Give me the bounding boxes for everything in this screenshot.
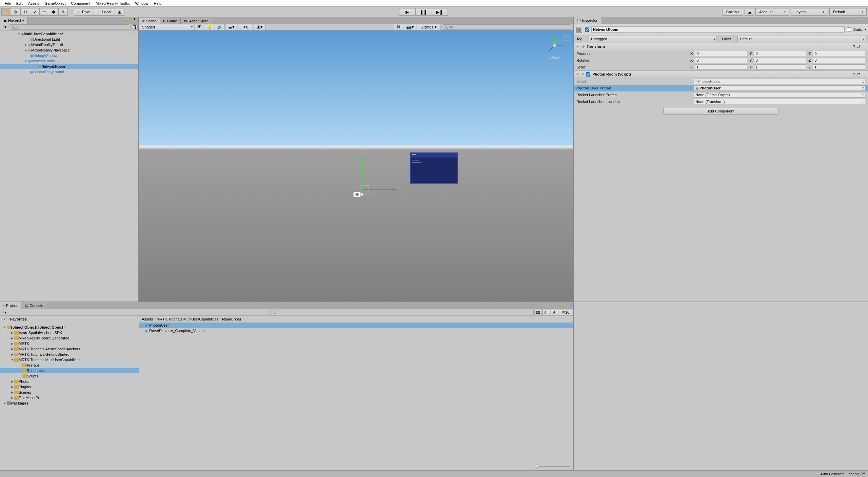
menu-help[interactable]: Help <box>151 1 164 5</box>
photon-room-header[interactable]: ▼# Photon Room (Script) ? ⇄ ⋮ <box>574 70 868 78</box>
inspector-menu-icon[interactable]: ⋮ <box>860 17 868 24</box>
game-tab[interactable]: ▸ Game <box>160 18 181 24</box>
asset-item-selected[interactable]: ▣PhotonUser <box>139 323 573 328</box>
menu-file[interactable]: File <box>2 1 14 5</box>
hand-tool[interactable]: ✋ <box>1 8 11 16</box>
local-toggle[interactable]: ⊕Local <box>94 8 115 16</box>
scale-y[interactable] <box>754 64 807 70</box>
inspector-lock-icon[interactable]: 🔒 <box>853 17 860 24</box>
foldout-icon[interactable]: ▼ <box>24 60 28 63</box>
position-y[interactable] <box>754 51 807 56</box>
object-name-field[interactable] <box>591 26 845 33</box>
folder-item[interactable]: AzureSpatialAnchors.SDK <box>19 331 62 335</box>
preset-icon[interactable]: ⇄ <box>857 44 860 49</box>
hierarchy-menu-icon[interactable]: ⋮ <box>131 17 138 24</box>
hierarchy-item[interactable]: Directional Light <box>33 37 60 41</box>
foldout-icon[interactable]: ▶ <box>24 43 28 46</box>
scale-tool[interactable]: ⤢ <box>30 8 39 16</box>
move-tool[interactable]: ✥ <box>11 8 20 16</box>
active-checkbox[interactable] <box>585 27 589 32</box>
hierarchy-tab[interactable]: ☰ Hierarchy <box>0 17 28 24</box>
rect-tool[interactable]: ▭ <box>39 8 49 16</box>
project-menu-icon[interactable]: ⋮ <box>565 302 573 309</box>
audio-icon[interactable]: 🔊 <box>215 24 224 30</box>
transform-header[interactable]: ▼⬗ Transform ? ⇄ ⋮ <box>574 43 868 50</box>
pivot-toggle[interactable]: ⊙Pivot <box>74 8 94 16</box>
foldout-icon[interactable]: ▶ <box>24 49 28 52</box>
favorite-icon[interactable]: ★ <box>551 310 558 315</box>
hierarchy-item[interactable]: NetworkLobby <box>31 59 55 63</box>
component-enabled[interactable] <box>586 72 590 77</box>
scale-z[interactable] <box>813 64 865 70</box>
hidden-dropdown[interactable]: 👁 0 <box>238 24 253 30</box>
menu-window[interactable]: Window <box>132 1 151 5</box>
hierarchy-search[interactable]: 🔍 All <box>8 24 131 30</box>
step-button[interactable]: ▶❚ <box>432 8 448 16</box>
hierarchy-item-selected[interactable]: NetworkRoom <box>41 64 65 68</box>
layout-dropdown[interactable]: Default▾ <box>829 8 867 16</box>
scene-view[interactable]: y x ◂ Back ━━━ ━━━━━━━━━━━━ <box>139 30 573 302</box>
launcher-prefab-field[interactable]: None (Game Object) <box>694 92 865 98</box>
create-dropdown[interactable]: +▾ <box>1 25 8 29</box>
packages-header[interactable]: Packages <box>11 401 28 405</box>
asset-store-tab[interactable]: 🛍 Asset Store <box>181 18 212 24</box>
account-dropdown[interactable]: Account▾ <box>755 8 789 16</box>
cloud-button[interactable]: ☁ <box>745 8 754 16</box>
folder-item[interactable]: MRTK.Tutorials.AzureSpatialAnchors <box>19 347 80 351</box>
camera-dropdown[interactable]: 📷▾ <box>404 24 416 30</box>
inspector-tab[interactable]: ⓘ Inspector <box>574 17 601 24</box>
pause-button[interactable]: ❚❚ <box>415 8 432 16</box>
2d-toggle[interactable]: 2D <box>195 24 204 30</box>
launcher-loc-field[interactable]: None (Transform) <box>694 99 865 104</box>
rotation-y[interactable] <box>754 58 807 63</box>
folder-item[interactable]: Prefabs <box>27 363 40 367</box>
breadcrumb-item[interactable]: MRTK.Tutorials.MultiUserCapabilities <box>157 317 218 321</box>
fx-dropdown[interactable]: ☁▾ <box>225 24 237 30</box>
folder-item[interactable]: MRTK.Tutorials.MultiUserCapabilities <box>19 358 80 362</box>
thumbnail-slider[interactable] <box>536 466 570 467</box>
grid-dropdown[interactable]: ⊞▾ <box>254 24 266 30</box>
help-icon[interactable]: ? <box>853 72 855 76</box>
menu-edit[interactable]: Edit <box>14 1 25 5</box>
menu-gameobject[interactable]: GameObject <box>42 1 68 5</box>
lighting-icon[interactable]: 💡 <box>205 24 214 30</box>
console-tab[interactable]: ▤ Console <box>21 302 47 309</box>
project-lock-icon[interactable]: 🔒 <box>558 302 565 309</box>
hierarchy-sort-icon[interactable]: ⇅ <box>132 24 138 30</box>
project-search[interactable]: 🔍 <box>269 310 534 315</box>
scene-tab[interactable]: # Scene <box>139 18 160 24</box>
hierarchy-item[interactable]: DebugWindow <box>33 54 58 58</box>
lighting-status[interactable]: Auto Generate Lighting Off <box>820 472 865 476</box>
project-create-dropdown[interactable]: +▾ <box>1 310 8 315</box>
orientation-gizmo[interactable]: y x ◂ Back <box>542 34 566 58</box>
folder-item[interactable]: Plugins <box>19 385 31 389</box>
scene-menu-icon[interactable]: ⋮ <box>132 32 136 36</box>
hierarchy-item[interactable]: MixedRealityToolkit <box>31 43 63 47</box>
static-checkbox[interactable] <box>847 27 851 32</box>
breadcrumb-item[interactable]: Resources <box>222 317 241 321</box>
hierarchy-item[interactable]: MixedRealityPlayspace <box>31 48 70 52</box>
rotation-x[interactable] <box>695 58 747 63</box>
user-prefab-field[interactable]: ▣PhotonUser <box>694 85 865 91</box>
tag-dropdown[interactable]: Untagged <box>589 36 716 42</box>
script-field[interactable]: #PhotonRoom <box>694 79 865 84</box>
folder-item[interactable]: Scripts <box>27 374 38 378</box>
assets-header[interactable]: [object Object],[object Object] <box>11 325 64 329</box>
folder-item[interactable]: MRTK.Tutorials.GettingStarted <box>19 352 70 356</box>
preset-icon[interactable]: ⇄ <box>857 72 860 77</box>
filter-icon[interactable]: ▦ <box>534 310 542 315</box>
scene-panel-object[interactable]: ━━━ ━━━━━━━━━━━━ <box>410 152 458 184</box>
position-x[interactable] <box>695 51 747 56</box>
rotate-tool[interactable]: ↻ <box>20 8 30 16</box>
collab-dropdown[interactable]: Collab▾ <box>723 8 743 16</box>
foldout-icon[interactable]: ▼ <box>17 33 21 36</box>
layers-dropdown[interactable]: Layers▾ <box>791 8 828 16</box>
menu-assets[interactable]: Assets <box>25 1 42 5</box>
camera-preview-icon[interactable] <box>564 35 570 41</box>
play-button[interactable]: ▶ <box>399 8 415 16</box>
folder-item[interactable]: MixedRealityToolkit.Generated <box>19 336 69 340</box>
scene-menu-icon[interactable]: ⋮ <box>565 18 573 24</box>
scene-name[interactable]: MultiUserCapabilities* <box>24 32 63 36</box>
folder-item[interactable]: Photon <box>19 379 31 383</box>
hierarchy-item[interactable]: SharedPlayground <box>33 70 64 74</box>
